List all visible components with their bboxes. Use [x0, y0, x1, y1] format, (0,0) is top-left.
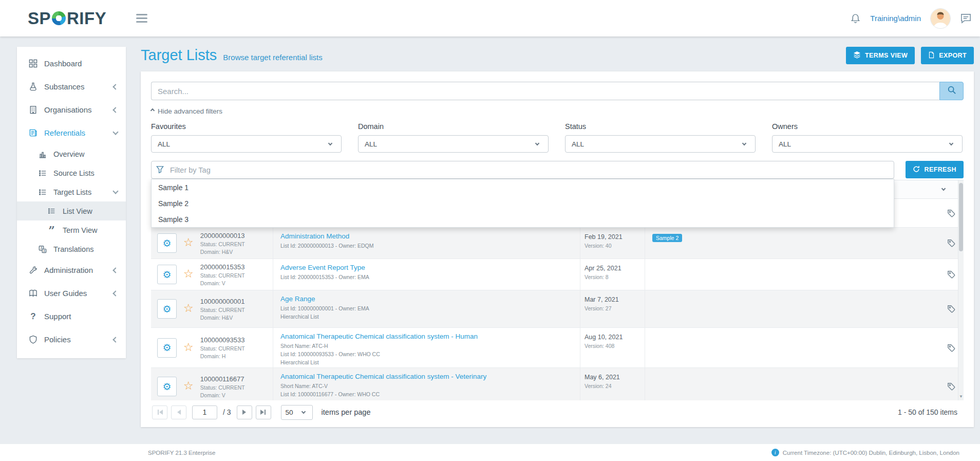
- document-icon: [928, 51, 935, 60]
- sidebar-item-source-lists[interactable]: Source Lists: [17, 163, 126, 182]
- sidebar-item-user-guides[interactable]: User Guides: [17, 282, 126, 305]
- status-select[interactable]: ALL: [565, 135, 756, 153]
- timezone-text: Current Timezone: (UTC+00:00) Dublin, Ed…: [783, 450, 959, 456]
- sidebar-item-target-lists[interactable]: Target Lists: [17, 182, 126, 201]
- pager-page-input[interactable]: [192, 405, 217, 419]
- sidebar-item-translations[interactable]: Aa Translations: [17, 239, 126, 259]
- column-menu-caret-icon[interactable]: [941, 187, 946, 191]
- items-per-page-label: items per page: [322, 408, 371, 416]
- favourite-star-icon[interactable]: ☆: [183, 303, 194, 314]
- favourite-star-icon[interactable]: ☆: [183, 380, 194, 392]
- row-settings-button[interactable]: ⚙: [157, 265, 177, 284]
- refresh-button[interactable]: REFRESH: [906, 161, 964, 178]
- list-domain: Domain: V: [200, 392, 245, 398]
- favourites-filter: Favourites ALL: [151, 122, 342, 153]
- quotes-icon: ”: [47, 228, 56, 233]
- list-icon: [37, 169, 47, 177]
- export-button[interactable]: EXPORT: [921, 47, 974, 64]
- gear-icon: ⚙: [162, 381, 171, 393]
- building-icon: [28, 105, 38, 114]
- search-input[interactable]: [151, 82, 939, 100]
- domain-label: Domain: [358, 122, 549, 131]
- scrollbar-thumb[interactable]: [959, 183, 963, 251]
- list-short-name: Short Name: ATC-V: [280, 383, 575, 389]
- tag-icon[interactable]: [947, 239, 955, 247]
- tag-icon[interactable]: [947, 382, 955, 391]
- list-status: Status: CURRENT: [200, 307, 245, 313]
- footer: SPORIFY 21.3 Enterprise i Current Timezo…: [0, 444, 980, 461]
- sidebar-item-overview[interactable]: Overview: [17, 144, 126, 163]
- list-name-link[interactable]: Anatomical Therapeutic Chemical classifi…: [280, 373, 575, 381]
- app-logo[interactable]: SPRIFY: [28, 9, 106, 28]
- tag-icon[interactable]: [947, 344, 955, 352]
- domain-select[interactable]: ALL: [358, 135, 549, 153]
- sidebar-item-dashboard[interactable]: Dashboard: [17, 52, 126, 75]
- sidebar-item-term-view[interactable]: ” Term View: [17, 220, 126, 239]
- book-icon: [28, 289, 38, 298]
- table-scrollbar[interactable]: ▼: [958, 180, 964, 400]
- list-code: 100000093533: [200, 336, 245, 344]
- logo-text-post: RIFY: [67, 9, 106, 28]
- sidebar-item-organisations[interactable]: Organisations: [17, 98, 126, 121]
- pager-next-button[interactable]: [237, 405, 252, 419]
- pager-first-button[interactable]: [152, 405, 167, 419]
- hide-advanced-filters-toggle[interactable]: Hide advanced filters: [151, 106, 222, 116]
- page-size-select[interactable]: 50: [281, 405, 313, 420]
- question-icon: ?: [28, 311, 38, 322]
- row-settings-button[interactable]: ⚙: [157, 233, 177, 253]
- sidebar-item-support[interactable]: ? Support: [17, 305, 126, 328]
- favourite-star-icon[interactable]: ☆: [183, 237, 194, 248]
- chat-icon[interactable]: [960, 12, 972, 24]
- logo-text-pre: SP: [28, 9, 51, 28]
- list-name-link[interactable]: Administration Method: [280, 232, 575, 241]
- row-settings-button[interactable]: ⚙: [157, 377, 177, 396]
- filter-by-tag-input[interactable]: [151, 161, 894, 179]
- chevron-left-icon: [112, 290, 118, 296]
- notifications-bell-icon[interactable]: [850, 13, 861, 24]
- sidebar-item-administration[interactable]: Administration: [17, 259, 126, 282]
- list-name-link[interactable]: Age Range: [280, 295, 575, 303]
- terms-view-button[interactable]: TERMS VIEW: [846, 47, 915, 64]
- flask-icon: [28, 82, 38, 91]
- list-date: Aug 10, 2021: [585, 334, 642, 341]
- row-settings-button[interactable]: ⚙: [157, 299, 177, 319]
- current-user[interactable]: Training\admin: [870, 14, 921, 23]
- table-row: ⚙ ☆ 200000000013 Status: CURRENT Domain:…: [151, 228, 964, 259]
- list-id-owner: List Id: 100000000001 - Owner: EMA: [280, 305, 575, 311]
- tag-option[interactable]: Sample 3: [152, 211, 894, 227]
- prev-icon: [177, 410, 181, 415]
- sidebar-item-list-view[interactable]: List View: [17, 201, 126, 220]
- list-name-link[interactable]: Adverse Event Report Type: [280, 264, 575, 272]
- scroll-down-icon[interactable]: ▼: [958, 394, 964, 399]
- list-hierarchical: Hierarchical List: [280, 314, 575, 320]
- tag-option[interactable]: Sample 2: [152, 195, 894, 211]
- refresh-icon: [913, 165, 920, 174]
- favourite-star-icon[interactable]: ☆: [183, 342, 194, 353]
- search-button[interactable]: [939, 82, 964, 100]
- menu-toggle-icon[interactable]: [136, 14, 147, 23]
- tag-option[interactable]: Sample 1: [152, 179, 894, 195]
- sidebar-item-referentials[interactable]: Referentials: [17, 121, 126, 144]
- list-name-link[interactable]: Anatomical Therapeutic Chemical classifi…: [280, 333, 575, 341]
- chevron-down-icon: [535, 141, 539, 145]
- sidebar: Dashboard Substances Organisations Refer…: [17, 47, 126, 358]
- pager-total-pages: / 3: [223, 408, 231, 416]
- sidebar-item-substances[interactable]: Substances: [17, 75, 126, 98]
- user-avatar[interactable]: [930, 8, 951, 29]
- list-status: Status: CURRENT: [200, 345, 245, 352]
- owners-select[interactable]: ALL: [772, 135, 963, 153]
- list-domain: Domain: H&V: [200, 315, 245, 321]
- sidebar-item-policies[interactable]: Policies: [17, 328, 126, 351]
- tag-icon[interactable]: [947, 305, 955, 313]
- pager-prev-button[interactable]: [171, 405, 186, 419]
- row-settings-button[interactable]: ⚙: [157, 338, 177, 358]
- favourites-select[interactable]: ALL: [151, 135, 342, 153]
- chevron-left-icon: [112, 267, 118, 273]
- tag-icon[interactable]: [947, 270, 955, 279]
- tag-icon[interactable]: [947, 209, 955, 217]
- pager-last-button[interactable]: [256, 405, 271, 419]
- favourite-star-icon[interactable]: ☆: [183, 268, 194, 280]
- gear-icon: ⚙: [162, 237, 171, 249]
- list-domain: Domain: H: [200, 353, 245, 359]
- list-status: Status: CURRENT: [200, 384, 245, 391]
